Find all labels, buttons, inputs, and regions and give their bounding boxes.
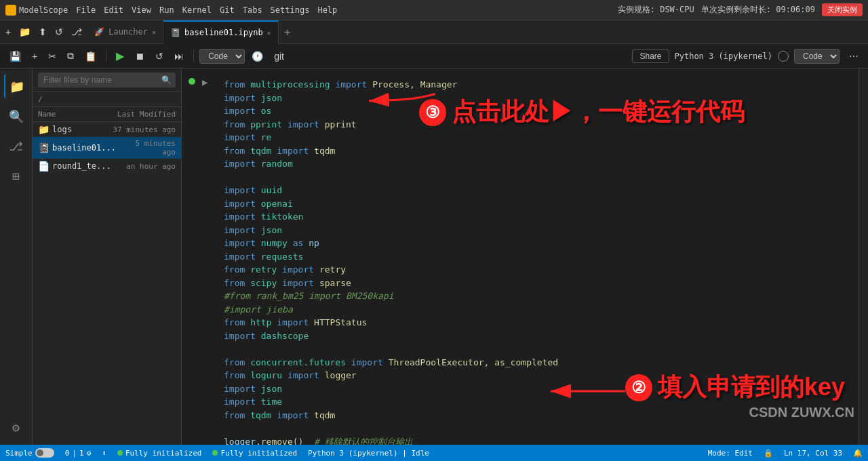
menu-view[interactable]: View (132, 5, 151, 15)
file-item-logs[interactable]: 📁 logs 37 minutes ago (33, 122, 181, 137)
simple-toggle[interactable] (35, 448, 54, 458)
code-type-selector[interactable]: Code (794, 49, 840, 64)
code-line: import uuid (224, 184, 853, 197)
menu-kernel[interactable]: Kernel (182, 5, 212, 15)
close-instance-button[interactable]: 关闭实例 (822, 3, 863, 16)
menu-edit[interactable]: Edit (104, 5, 123, 15)
simple-mode-item: Simple (5, 448, 54, 458)
logo: ModelScope (5, 5, 68, 16)
menu-tabs[interactable]: Tabs (243, 5, 262, 15)
status-dot-2 (212, 450, 218, 456)
name-column-header[interactable]: Name (38, 110, 101, 119)
tab-launcher[interactable]: 🚀 Launcher ✕ (87, 20, 163, 44)
refresh-button[interactable]: ↺ (52, 25, 66, 39)
initialized2-label: Fully initialized (220, 449, 297, 458)
git-toolbar-button[interactable]: git (270, 49, 288, 64)
kernel-status-item: Python 3 (ipykernel) | Idle (308, 449, 429, 458)
row-col-label: Ln 17, Col 33 (784, 449, 842, 458)
tab-launcher-label: Launcher (108, 27, 148, 37)
kernel-status-label: Python 3 (ipykernel) | Idle (308, 449, 429, 458)
folder-button[interactable]: 📁 (16, 25, 33, 39)
share-button[interactable]: Share (632, 49, 669, 63)
code-line: from http import HTTPStatus (224, 316, 853, 329)
top-menu: File Edit View Run Kernel Git Tabs Setti… (76, 5, 337, 15)
file-date-round1: an hour ago (114, 162, 176, 171)
run-dot-1 (189, 78, 195, 85)
file-path: / (33, 92, 181, 107)
code-line: from concurrent.futures import ThreadPoo… (224, 356, 853, 369)
code-line: #import jieba (224, 303, 853, 317)
add-cell-button[interactable]: + (28, 49, 41, 64)
close-notebook-tab[interactable]: ✕ (267, 29, 271, 37)
search-activity-icon[interactable]: 🔍 (4, 104, 28, 128)
menu-git[interactable]: Git (220, 5, 235, 15)
extensions-icon[interactable]: ⊞ (4, 163, 28, 188)
mode-label: Mode: Edit (708, 449, 753, 458)
code-line: import tiktoken (224, 210, 853, 224)
code-line: import requests (224, 250, 853, 264)
file-search-input[interactable] (38, 73, 176, 87)
code-line: from pprint import pprint (224, 118, 853, 132)
tab-bar: + 📁 ⬆ ↺ ⎇ 🚀 Launcher ✕ 📓 baseline01.ipyn… (0, 20, 868, 44)
run-button[interactable]: ▶ (112, 47, 128, 64)
launcher-icon: 🚀 (94, 27, 104, 37)
code-line: import json (224, 382, 853, 396)
add-tab-button[interactable]: + (279, 26, 296, 39)
file-item-baseline[interactable]: 📓 baseline01... 5 minutes ago (33, 137, 181, 159)
menu-file[interactable]: File (76, 5, 96, 15)
code-line: from retry import retry (224, 263, 853, 277)
code-area[interactable]: ▶ from multiprocessing import Process, M… (182, 68, 859, 445)
new-tab-button[interactable]: + (3, 25, 14, 39)
code-line: from multiprocessing import Process, Man… (224, 78, 853, 92)
instance-info: 实例规格: DSW-CPU (618, 4, 694, 16)
cut-button[interactable]: ✂ (44, 49, 60, 64)
notification-icon: 🔔 (853, 449, 863, 458)
separator2 (193, 49, 194, 63)
file-name-round1: round1_te... (52, 161, 111, 171)
cell-1: ▶ from multiprocessing import Process, M… (182, 75, 859, 445)
close-launcher-tab[interactable]: ✕ (152, 28, 156, 36)
more-options-button[interactable]: ⋯ (845, 49, 863, 64)
upload-button[interactable]: ⬆ (36, 25, 50, 39)
tab-notebook[interactable]: 📓 baseline01.ipynb ✕ (163, 20, 279, 44)
folder-icon: 📁 (38, 124, 50, 135)
clock-button[interactable]: 🕐 (248, 49, 267, 64)
menu-help[interactable]: Help (317, 5, 337, 15)
code-line: import json (224, 224, 853, 237)
code-line: import numpy as np (224, 237, 853, 250)
notebook-file-icon: 📓 (38, 142, 50, 153)
menu-run[interactable]: Run (159, 5, 174, 15)
code-line: import re (224, 131, 853, 144)
session-info: 单次实例剩余时长: 09:06:09 (701, 4, 815, 16)
settings-activity-icon[interactable]: ⚙ (4, 415, 28, 439)
paste-button[interactable]: 📋 (81, 49, 100, 64)
file-date-baseline: 5 minutes ago (119, 139, 176, 157)
run-all-button[interactable]: ⏭ (170, 49, 188, 64)
cell-run-indicator-1 (182, 75, 202, 445)
restart-button[interactable]: ↺ (151, 49, 167, 64)
logo-icon (5, 5, 16, 16)
top-bar-left: ModelScope File Edit View Run Kernel Git… (5, 5, 337, 16)
code-line (224, 342, 853, 356)
date-column-header[interactable]: Last Modified (101, 110, 176, 119)
kernel-info: Python 3 (ipykernel) (675, 52, 773, 61)
git-button[interactable]: ⎇ (68, 25, 85, 39)
code-line: from tqdm import tqdm (224, 409, 853, 422)
main-layout: 📁 🔍 ⎇ ⊞ ⚙ 🔍 / Name Last Modified 📁 logs … (0, 68, 868, 445)
code-line: import time (224, 395, 853, 409)
kernel-status-circle[interactable] (778, 51, 789, 62)
file-item-round1[interactable]: 📄 round1_te... an hour ago (33, 159, 181, 174)
cell-content-1: from multiprocessing import Process, Man… (218, 75, 859, 445)
explorer-icon[interactable]: 📁 (4, 74, 28, 98)
cell-type-selector[interactable]: Code (199, 49, 245, 64)
git-activity-icon[interactable]: ⎇ (4, 134, 28, 158)
menu-settings[interactable]: Settings (271, 5, 310, 15)
copy-button[interactable]: ⧉ (63, 48, 78, 64)
cell-run-btn-1[interactable]: ▶ (202, 75, 218, 445)
logo-text: ModelScope (19, 5, 68, 15)
save-button[interactable]: 💾 (5, 49, 25, 64)
file-icon: 📄 (38, 161, 50, 172)
top-bar: ModelScope File Edit View Run Kernel Git… (0, 0, 868, 20)
stop-button[interactable]: ⏹ (131, 49, 149, 64)
code-line: #from rank_bm25 import BM250kapi (224, 289, 853, 303)
